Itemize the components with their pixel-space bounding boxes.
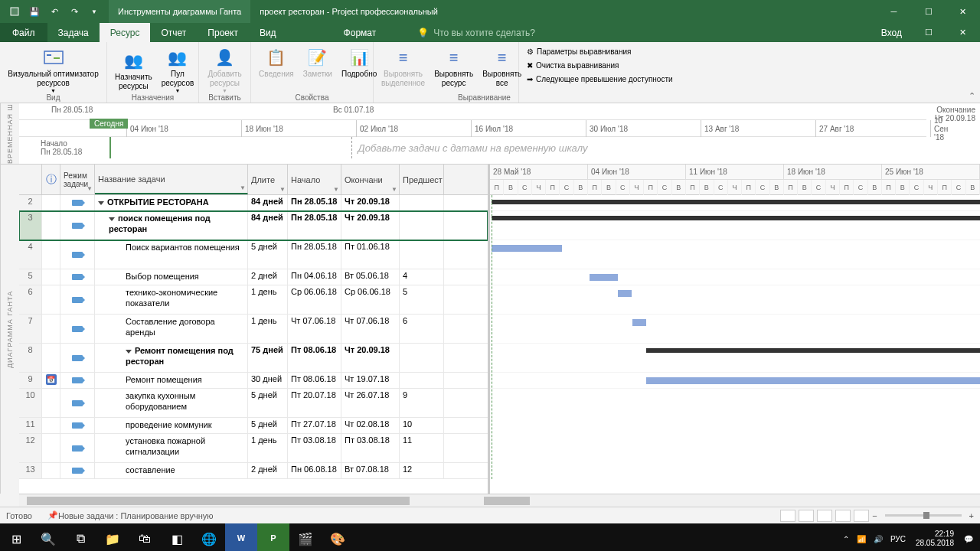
cell-finish[interactable]: Чт 19.07.18 <box>341 373 400 388</box>
cell-name[interactable]: технико-экономические показатели <box>95 285 248 314</box>
row-number[interactable]: 6 <box>19 285 42 314</box>
cell-duration[interactable]: 5 дней <box>248 240 288 269</box>
collapse-icon[interactable] <box>98 201 104 205</box>
cell-finish[interactable]: Чт 20.09.18 <box>341 195 400 210</box>
timeline-placeholder[interactable]: Добавьте задачи с датами на временную шк… <box>358 142 588 154</box>
dropdown-arrow-icon[interactable]: ▼ <box>240 184 246 191</box>
media-button[interactable]: 🎬 <box>289 523 322 551</box>
row-number[interactable]: 13 <box>19 463 42 478</box>
cell-indicator[interactable]: 📅 <box>42 373 60 388</box>
col-duration[interactable]: Длите▼ <box>248 165 288 194</box>
cell-predecessor[interactable] <box>400 373 444 388</box>
task-row[interactable]: 8 Ремонт помещения под ресторан 75 дней … <box>19 344 488 373</box>
summary-bar[interactable] <box>646 348 980 353</box>
cell-start[interactable]: Пн 28.05.18 <box>288 195 341 210</box>
view-gantt-button[interactable] <box>780 510 795 522</box>
cell-finish[interactable]: Пт 03.08.18 <box>341 434 400 462</box>
dropdown-arrow-icon[interactable]: ▼ <box>333 186 339 193</box>
cell-start[interactable]: Пт 27.07.18 <box>288 418 341 433</box>
cell-mode[interactable] <box>60 389 95 417</box>
task-row[interactable]: 2 ОТКРЫТИЕ РЕСТОРАНА 84 дней Пн 28.05.18… <box>19 195 488 211</box>
file-explorer-button[interactable]: 📁 <box>96 523 129 551</box>
col-rownum[interactable] <box>19 165 42 194</box>
summary-bar[interactable] <box>492 200 980 204</box>
task-row[interactable]: 7 Составление договора аренды 1 день Чт … <box>19 315 488 344</box>
cell-name[interactable]: Ремонт помещения под ресторан <box>95 344 248 372</box>
tell-me-search[interactable]: 💡 Что вы хотите сделать? <box>417 28 535 38</box>
cell-duration[interactable]: 2 дней <box>248 269 288 285</box>
task-row[interactable]: 10 закупка кухонным оборудованием 5 дней… <box>19 389 488 418</box>
store-button[interactable]: 🛍 <box>129 523 161 551</box>
row-number[interactable]: 4 <box>19 240 42 269</box>
task-view-button[interactable]: ⧉ <box>64 523 96 551</box>
tab-resource[interactable]: Ресурс <box>100 23 151 42</box>
app-icon[interactable] <box>6 3 23 20</box>
cell-duration[interactable]: 5 дней <box>248 418 288 433</box>
tab-format[interactable]: Формат <box>333 23 387 42</box>
signin-button[interactable]: Вход <box>872 23 911 42</box>
col-indicators[interactable]: ⓘ <box>42 165 60 194</box>
cell-name[interactable]: установка пожарной сигнализации <box>95 434 248 462</box>
tray-input-lang[interactable]: РУС <box>887 523 910 551</box>
cell-name[interactable]: составление <box>95 463 248 478</box>
cell-start[interactable]: Пн 06.08.18 <box>288 463 341 478</box>
cell-finish[interactable]: Чт 20.09.18 <box>341 344 400 372</box>
collapse-icon[interactable] <box>126 350 132 354</box>
grid-scrollbar[interactable] <box>19 494 469 507</box>
cell-predecessor[interactable]: 5 <box>400 285 444 314</box>
cell-start[interactable]: Пт 03.08.18 <box>288 434 341 462</box>
row-number[interactable]: 2 <box>19 195 42 210</box>
cell-indicator[interactable] <box>42 195 60 210</box>
summary-bar[interactable] <box>492 216 980 220</box>
zoom-out-button[interactable]: − <box>872 511 877 520</box>
row-number[interactable]: 12 <box>19 434 42 462</box>
assign-resources-button[interactable]: 👥 Назначить ресурсы <box>110 44 157 96</box>
tab-project[interactable]: Проект <box>197 23 249 42</box>
row-number[interactable]: 5 <box>19 269 42 285</box>
cell-predecessor[interactable] <box>400 195 444 210</box>
cell-finish[interactable]: Чт 02.08.18 <box>341 418 400 433</box>
gantt-chart[interactable]: 28 Май '1804 Июн '1811 Июн '1818 Июн '18… <box>488 165 980 494</box>
row-number[interactable]: 10 <box>19 389 42 417</box>
resource-pool-button[interactable]: 👥 Пул ресурсов ▼ <box>157 44 199 96</box>
start-button[interactable]: ⊞ <box>0 523 32 551</box>
cell-name[interactable]: поиск помещения под ресторан <box>95 211 248 240</box>
level-resource-button[interactable]: ≡Выровнять ресурс <box>430 44 478 90</box>
tray-clock[interactable]: 22:19 28.05.2018 <box>910 530 960 548</box>
collapse-icon[interactable] <box>109 217 115 221</box>
dropdown-arrow-icon[interactable]: ▼ <box>391 186 397 193</box>
view-usage-button[interactable] <box>799 510 814 522</box>
close-button[interactable]: ✕ <box>946 0 980 23</box>
tray-notifications-icon[interactable]: 💬 <box>960 523 977 551</box>
tab-file[interactable]: Файл <box>0 23 47 42</box>
leveling-options-button[interactable]: ⚙Параметры выравнивания <box>527 45 972 59</box>
ribbon-restore-button[interactable]: ☐ <box>911 21 946 44</box>
cell-predecessor[interactable]: 12 <box>400 463 444 478</box>
notes-button[interactable]: 📝Заметки <box>299 44 337 80</box>
cell-name[interactable]: Составление договора аренды <box>95 315 248 343</box>
cell-start[interactable]: Пт 08.06.18 <box>288 373 341 388</box>
cell-indicator[interactable] <box>42 269 60 285</box>
tray-volume-icon[interactable]: 🔊 <box>870 523 887 551</box>
chart-scrollbar[interactable] <box>469 494 980 507</box>
project-button[interactable]: P <box>257 523 289 551</box>
cell-mode[interactable] <box>60 211 95 240</box>
cell-indicator[interactable] <box>42 240 60 269</box>
cell-predecessor[interactable]: 4 <box>400 269 444 285</box>
paint-button[interactable]: 🎨 <box>322 523 354 551</box>
row-number[interactable]: 8 <box>19 344 42 372</box>
col-finish[interactable]: Окончани▼ <box>341 165 400 194</box>
task-grid[interactable]: ⓘ Режим задачи▼ Название задачи▼ Длите▼ … <box>19 165 488 494</box>
cell-predecessor[interactable] <box>400 211 444 240</box>
cell-mode[interactable] <box>60 315 95 343</box>
col-start[interactable]: Начало▼ <box>288 165 341 194</box>
tab-view[interactable]: Вид <box>249 23 287 42</box>
col-name[interactable]: Название задачи▼ <box>95 165 248 194</box>
task-bar[interactable] <box>646 377 980 384</box>
cell-duration[interactable]: 75 дней <box>248 344 288 372</box>
col-mode[interactable]: Режим задачи▼ <box>60 165 95 194</box>
save-icon[interactable]: 💾 <box>26 3 43 20</box>
cell-predecessor[interactable]: 6 <box>400 315 444 343</box>
cell-duration[interactable]: 84 дней <box>248 211 288 240</box>
redo-icon[interactable]: ↷ <box>66 3 83 20</box>
